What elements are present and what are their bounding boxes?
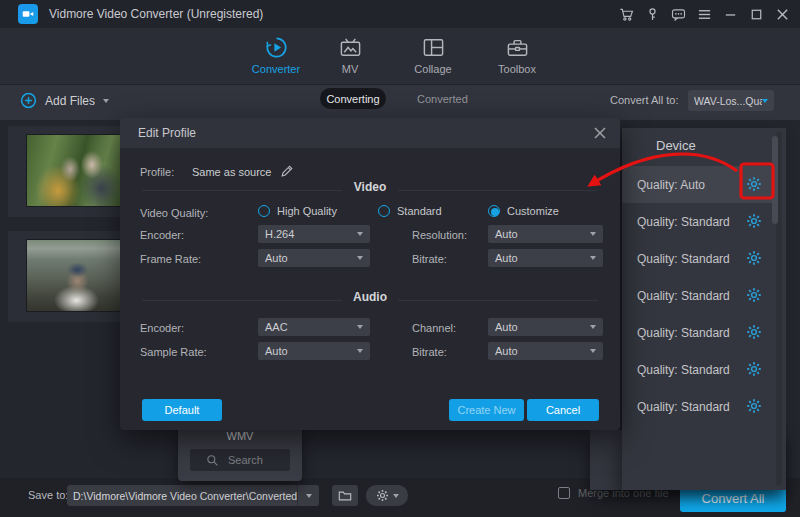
app-logo [18, 4, 38, 24]
default-button[interactable]: Default [142, 399, 222, 421]
scrollbar-thumb[interactable] [772, 136, 778, 224]
format-panel: WMV [178, 424, 302, 481]
profile-settings-gear-icon[interactable] [746, 287, 762, 303]
radio-circle [258, 205, 270, 217]
format-search-box[interactable] [190, 449, 290, 471]
feedback-icon[interactable] [671, 7, 686, 22]
save-to-field[interactable]: D:\Vidmore\Vidmore Video Converter\Conve… [67, 485, 319, 506]
tab-toolbox[interactable]: Toolbox [477, 34, 557, 84]
tab-mv[interactable]: MV [310, 34, 390, 84]
edit-profile-dialog: Edit Profile Profile: Same as source Vid… [120, 118, 620, 430]
dialog-header: Edit Profile [120, 118, 620, 148]
chevron-down-icon [357, 349, 363, 353]
format-name: WMV [178, 430, 302, 442]
channel-label: Channel: [412, 322, 456, 334]
minimize-icon[interactable] [723, 7, 738, 22]
profile-settings-gear-icon[interactable] [746, 213, 762, 229]
profile-settings-gear-icon[interactable] [746, 398, 762, 414]
search-icon [206, 454, 219, 467]
audio-section-heading: Audio [120, 290, 620, 304]
video-thumbnail-1[interactable] [26, 134, 131, 207]
profile-settings-gear-icon[interactable] [746, 176, 762, 192]
scrollbar-track[interactable] [776, 132, 782, 486]
convert-all-to-label: Convert All to: [610, 94, 678, 106]
converted-tab[interactable]: Converted [417, 93, 468, 105]
toolbar: Add Files Converting Converted Convert A… [0, 85, 800, 120]
device-profile-row[interactable]: Quality: Standard [622, 203, 775, 240]
add-files-button[interactable]: Add Files [20, 92, 109, 109]
save-to-dropdown[interactable] [297, 485, 319, 506]
chevron-down-icon [590, 349, 596, 353]
radio-circle [378, 205, 390, 217]
video-encoder-select[interactable]: H.264 [258, 225, 370, 243]
chevron-down-icon [590, 232, 596, 236]
video-thumbnail-2[interactable] [26, 239, 131, 312]
cancel-button[interactable]: Cancel [527, 399, 599, 421]
device-profile-row[interactable]: Quality: Standard [622, 314, 775, 351]
radio-customize[interactable]: Customize [488, 205, 559, 217]
sample-rate-label: Sample Rate: [140, 346, 207, 358]
collage-icon [393, 34, 473, 60]
video-section-heading: Video [120, 180, 620, 194]
frame-rate-label: Frame Rate: [140, 253, 201, 265]
device-profile-row[interactable]: Quality: Standard [622, 388, 775, 425]
converter-icon [236, 34, 316, 60]
create-new-button[interactable]: Create New [449, 399, 524, 421]
toolbox-icon [477, 34, 557, 60]
profile-settings-gear-icon[interactable] [746, 250, 762, 266]
save-to-label: Save to: [28, 489, 68, 501]
profile-settings-gear-icon[interactable] [746, 324, 762, 340]
tab-converter[interactable]: Converter [236, 34, 316, 84]
video-bitrate-label: Bitrate: [412, 253, 447, 265]
chevron-down-icon [393, 494, 399, 498]
device-profile-row[interactable]: Quality: Standard [622, 277, 775, 314]
radio-high-quality[interactable]: High Quality [258, 205, 337, 217]
resolution-label: Resolution: [412, 229, 467, 241]
profile-label: Profile: [140, 166, 174, 178]
device-profile-row[interactable]: Quality: Auto [622, 166, 775, 203]
menu-icon[interactable] [697, 7, 712, 22]
window-title: Vidmore Video Converter (Unregistered) [49, 7, 263, 21]
audio-encoder-label: Encoder: [140, 322, 184, 334]
dialog-close-icon[interactable] [592, 125, 608, 141]
open-folder-button[interactable] [332, 485, 358, 506]
audio-bitrate-select[interactable]: Auto [488, 342, 603, 360]
search-input[interactable] [226, 453, 274, 467]
converting-tab[interactable]: Converting [320, 88, 386, 109]
frame-rate-select[interactable]: Auto [258, 249, 370, 267]
encoder-label: Encoder: [140, 229, 184, 241]
titlebar: Vidmore Video Converter (Unregistered) [0, 0, 800, 28]
chevron-down-icon[interactable] [103, 99, 109, 103]
close-icon[interactable] [775, 7, 790, 22]
edit-pencil-icon[interactable] [280, 164, 294, 178]
mv-icon [310, 34, 390, 60]
device-panel-header: Device [656, 138, 696, 153]
app-window: Vidmore Video Converter (Unregistered) C… [0, 0, 800, 517]
device-profile-row[interactable]: Quality: Standard [622, 351, 775, 388]
gear-icon [376, 489, 389, 502]
radio-standard[interactable]: Standard [378, 205, 442, 217]
video-bitrate-select[interactable]: Auto [488, 249, 603, 267]
plus-circle-icon [20, 92, 37, 109]
chevron-down-icon [590, 256, 596, 260]
settings-button[interactable] [366, 485, 408, 506]
resolution-select[interactable]: Auto [488, 225, 603, 243]
audio-encoder-select[interactable]: AAC [258, 318, 370, 336]
chevron-down-icon [357, 256, 363, 260]
dialog-title: Edit Profile [138, 126, 196, 140]
convert-all-to-select[interactable]: WAV-Los...Quality [688, 90, 774, 111]
cart-icon[interactable] [619, 7, 634, 22]
channel-select[interactable]: Auto [488, 318, 603, 336]
sample-rate-select[interactable]: Auto [258, 342, 370, 360]
chevron-down-icon [590, 325, 596, 329]
tab-collage[interactable]: Collage [393, 34, 473, 84]
merge-checkbox[interactable] [558, 487, 570, 499]
video-quality-label: Video Quality: [140, 207, 208, 219]
folder-icon [338, 489, 352, 503]
profile-settings-gear-icon[interactable] [746, 361, 762, 377]
audio-bitrate-label: Bitrate: [412, 346, 447, 358]
device-profile-row[interactable]: Quality: Standard [622, 240, 775, 277]
maximize-icon[interactable] [749, 7, 764, 22]
register-key-icon[interactable] [645, 7, 660, 22]
chevron-down-icon [357, 232, 363, 236]
